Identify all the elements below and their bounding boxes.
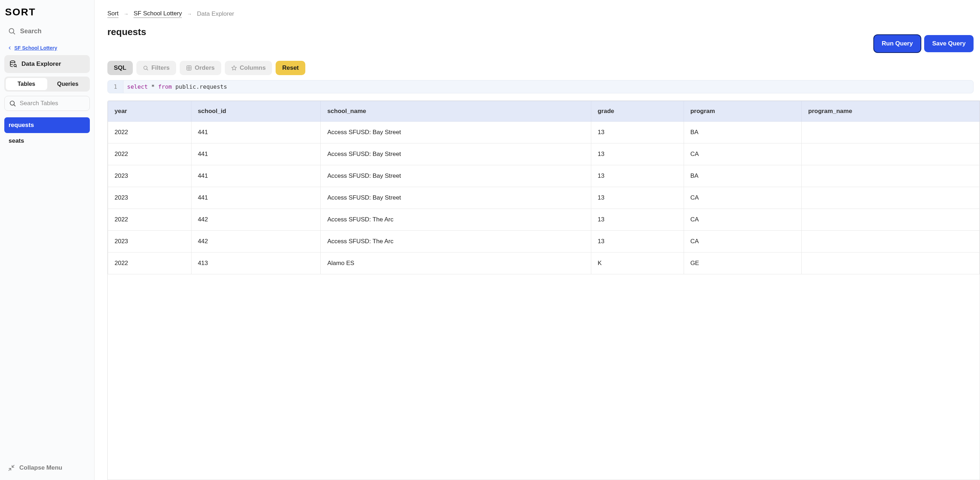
chevron-right-icon: → bbox=[187, 11, 192, 17]
table-cell: 2023 bbox=[108, 165, 191, 187]
pill-columns-label: Columns bbox=[240, 64, 266, 71]
table-cell bbox=[802, 252, 980, 274]
table-row[interactable]: 2022441Access SFUSD: Bay Street13CA bbox=[108, 143, 980, 165]
run-query-button[interactable]: Run Query bbox=[874, 35, 921, 52]
table-cell bbox=[802, 231, 980, 252]
table-cell: 2023 bbox=[108, 231, 191, 252]
table-cell: GE bbox=[684, 252, 802, 274]
table-cell: CA bbox=[684, 209, 802, 231]
column-header[interactable]: program_name bbox=[802, 101, 980, 122]
table-row[interactable]: 2022442Access SFUSD: The Arc13CA bbox=[108, 209, 980, 231]
table-cell: 13 bbox=[591, 209, 684, 231]
column-header[interactable]: year bbox=[108, 101, 191, 122]
table-item-requests[interactable]: requests bbox=[4, 117, 90, 133]
chevron-left-icon bbox=[7, 46, 12, 51]
back-link-label: SF School Lottery bbox=[14, 45, 57, 51]
svg-line-1 bbox=[13, 33, 15, 34]
pill-orders-label: Orders bbox=[195, 64, 215, 71]
collapse-menu-label: Collapse Menu bbox=[19, 464, 62, 471]
search-tables-field[interactable] bbox=[4, 96, 90, 111]
svg-line-7 bbox=[9, 469, 11, 471]
sql-editor[interactable]: 1 select * from public.requests bbox=[107, 80, 974, 93]
table-cell: CA bbox=[684, 187, 802, 209]
table-cell: 13 bbox=[591, 143, 684, 165]
sidebar-item-data-explorer[interactable]: Data Explorer bbox=[4, 55, 90, 73]
svg-line-6 bbox=[14, 105, 15, 106]
svg-line-8 bbox=[12, 465, 14, 467]
column-header[interactable]: program bbox=[684, 101, 802, 122]
table-cell: 442 bbox=[191, 231, 321, 252]
table-cell: Access SFUSD: The Arc bbox=[321, 231, 591, 252]
table-cell: 413 bbox=[191, 252, 321, 274]
breadcrumb-item: Data Explorer bbox=[197, 10, 234, 18]
table-row[interactable]: 2022441Access SFUSD: Bay Street13BA bbox=[108, 122, 980, 143]
table-cell: 13 bbox=[591, 122, 684, 143]
star-icon bbox=[231, 65, 237, 71]
pill-columns[interactable]: Columns bbox=[225, 61, 272, 75]
table-cell: CA bbox=[684, 231, 802, 252]
table-cell: BA bbox=[684, 122, 802, 143]
pill-sql-label: SQL bbox=[114, 64, 126, 71]
table-cell: 2023 bbox=[108, 187, 191, 209]
search-icon bbox=[143, 65, 148, 71]
table-cell: 2022 bbox=[108, 252, 191, 274]
breadcrumb-item[interactable]: SF School Lottery bbox=[134, 10, 182, 18]
table-cell: 13 bbox=[591, 165, 684, 187]
global-search[interactable]: Search bbox=[4, 24, 90, 38]
table-cell: Access SFUSD: Bay Street bbox=[321, 187, 591, 209]
line-number: 1 bbox=[108, 81, 124, 93]
tab-tables[interactable]: Tables bbox=[6, 78, 47, 90]
svg-line-10 bbox=[147, 69, 148, 70]
table-cell: 442 bbox=[191, 209, 321, 231]
logo: SORT bbox=[4, 5, 90, 24]
grid-icon bbox=[186, 65, 192, 71]
table-cell bbox=[802, 209, 980, 231]
page-title: requests bbox=[107, 27, 146, 38]
table-cell bbox=[802, 143, 980, 165]
column-header[interactable]: school_id bbox=[191, 101, 321, 122]
results-table-wrap[interactable]: yearschool_idschool_namegradeprogramprog… bbox=[107, 100, 980, 480]
chevron-right-icon: → bbox=[124, 11, 129, 17]
table-cell: 13 bbox=[591, 231, 684, 252]
pill-orders[interactable]: Orders bbox=[180, 61, 221, 75]
table-cell: Access SFUSD: The Arc bbox=[321, 209, 591, 231]
column-header[interactable]: grade bbox=[591, 101, 684, 122]
collapse-icon bbox=[8, 464, 15, 471]
save-query-button[interactable]: Save Query bbox=[924, 35, 974, 52]
breadcrumb-item[interactable]: Sort bbox=[107, 10, 118, 18]
pill-reset[interactable]: Reset bbox=[275, 61, 305, 75]
search-tables-input[interactable] bbox=[20, 100, 85, 107]
results-table: yearschool_idschool_namegradeprogramprog… bbox=[108, 101, 980, 274]
table-cell: CA bbox=[684, 143, 802, 165]
svg-marker-14 bbox=[232, 65, 236, 70]
table-cell: K bbox=[591, 252, 684, 274]
table-row[interactable]: 2023441Access SFUSD: Bay Street13CA bbox=[108, 187, 980, 209]
table-cell: 441 bbox=[191, 143, 321, 165]
tab-queries[interactable]: Queries bbox=[47, 78, 89, 90]
pill-reset-label: Reset bbox=[282, 64, 299, 71]
database-search-icon bbox=[9, 60, 17, 68]
table-cell bbox=[802, 187, 980, 209]
global-search-label: Search bbox=[20, 27, 41, 35]
column-header[interactable]: school_name bbox=[321, 101, 591, 122]
action-buttons: Run Query Save Query bbox=[874, 35, 974, 52]
table-list: requestsseats bbox=[4, 117, 90, 149]
table-cell: 441 bbox=[191, 165, 321, 187]
pill-filters[interactable]: Filters bbox=[136, 61, 176, 75]
table-cell: 2022 bbox=[108, 143, 191, 165]
svg-line-4 bbox=[16, 66, 16, 67]
table-cell bbox=[802, 165, 980, 187]
table-row[interactable]: 2023442Access SFUSD: The Arc13CA bbox=[108, 231, 980, 252]
breadcrumb: Sort→SF School Lottery→Data Explorer bbox=[107, 10, 980, 18]
svg-point-2 bbox=[10, 61, 15, 63]
pill-sql[interactable]: SQL bbox=[107, 61, 133, 75]
table-cell: 2022 bbox=[108, 209, 191, 231]
table-item-seats[interactable]: seats bbox=[4, 133, 90, 149]
back-link[interactable]: SF School Lottery bbox=[4, 44, 90, 55]
collapse-menu[interactable]: Collapse Menu bbox=[4, 461, 90, 475]
table-row[interactable]: 2022413Alamo ESKGE bbox=[108, 252, 980, 274]
table-cell: Access SFUSD: Bay Street bbox=[321, 143, 591, 165]
table-row[interactable]: 2023441Access SFUSD: Bay Street13BA bbox=[108, 165, 980, 187]
table-cell bbox=[802, 122, 980, 143]
search-icon bbox=[8, 27, 16, 35]
